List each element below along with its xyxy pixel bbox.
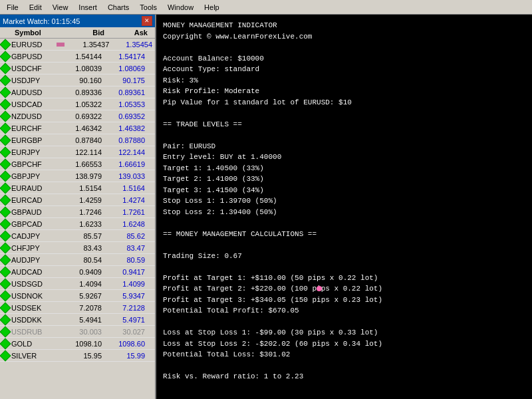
indicator-blank2 xyxy=(163,108,525,119)
pair-icon xyxy=(0,254,11,265)
market-watch-rows: EURUSD1.354371.35454GBPUSD1.541441.54174… xyxy=(0,39,155,399)
table-row[interactable]: EURUSD1.354371.35454 xyxy=(0,39,155,51)
table-row[interactable]: EURGBP0.878400.87880 xyxy=(0,134,155,146)
col-ask: Ask xyxy=(104,29,148,37)
pair-icon xyxy=(0,194,11,205)
pair-icon xyxy=(0,206,11,217)
table-row[interactable]: GOLD1098.101098.60 xyxy=(0,338,155,350)
symbol-label: GBPCAD xyxy=(11,220,57,228)
table-row[interactable]: USDDKK5.49415.4971 xyxy=(0,314,155,326)
table-row[interactable]: GBPJPY138.979139.033 xyxy=(0,170,155,182)
ask-price: 1.46382 xyxy=(104,124,148,132)
ask-price: 0.69352 xyxy=(104,112,148,120)
table-row[interactable]: USDNOK5.92675.9347 xyxy=(0,290,155,302)
table-row[interactable]: NZDUSD0.693220.69352 xyxy=(0,110,155,122)
symbol-label: GBPJPY xyxy=(11,172,57,180)
table-row[interactable]: USDSGD1.40941.4099 xyxy=(0,278,155,290)
table-row[interactable]: GBPAUD1.72461.7261 xyxy=(0,206,155,218)
ask-price: 1.54174 xyxy=(104,53,148,61)
col-bid: Bid xyxy=(57,29,104,37)
symbol-label: AUDCAD xyxy=(11,268,57,276)
pair-icon xyxy=(0,302,11,313)
ask-price: 30.027 xyxy=(104,328,148,336)
bid-price: 5.9267 xyxy=(57,292,104,300)
table-row[interactable]: EURAUD1.51541.5164 xyxy=(0,182,155,194)
ask-price: 1.66619 xyxy=(104,160,148,168)
table-row[interactable]: CHFJPY83.4383.47 xyxy=(0,242,155,254)
indicator-risk-profile: Risk Profile: Moderate xyxy=(163,86,525,97)
symbol-label: EURCAD xyxy=(11,196,57,204)
table-row[interactable]: USDCAD1.053221.05353 xyxy=(0,98,155,110)
table-row[interactable]: USDRUB30.00330.027 xyxy=(0,326,155,338)
ask-price: 1.7261 xyxy=(104,208,148,216)
ask-price: 5.4971 xyxy=(104,316,148,324)
bid-price: 90.160 xyxy=(57,76,104,84)
bid-price: 7.2078 xyxy=(57,304,104,312)
pair-icon xyxy=(0,242,11,253)
indicator-loss-sl1: Loss at Stop Loss 1: -$99.00 (30 pips x … xyxy=(163,327,525,338)
bid-price: 1.66553 xyxy=(57,160,104,168)
pair-icon xyxy=(0,74,11,86)
market-watch-close-button[interactable]: ✕ xyxy=(142,16,152,26)
symbol-label: CADJPY xyxy=(11,232,57,240)
symbol-label: SILVER xyxy=(11,352,57,360)
indicator-blank6 xyxy=(163,261,525,273)
menu-file[interactable]: File xyxy=(1,2,24,13)
cursor xyxy=(317,286,322,291)
pair-icon xyxy=(0,158,11,170)
symbol-label: AUDUSD xyxy=(11,88,57,96)
table-row[interactable]: AUDUSD0.893360.89361 xyxy=(0,86,155,98)
symbol-label: AUDJPY xyxy=(11,256,57,264)
table-row[interactable]: GBPCHF1.665531.66619 xyxy=(0,158,155,170)
table-row[interactable]: GBPCAD1.62331.6248 xyxy=(0,218,155,230)
bid-price: 1.5154 xyxy=(57,184,104,192)
table-row[interactable]: EURCHF1.463421.46382 xyxy=(0,122,155,134)
pair-icon xyxy=(0,63,11,74)
ask-price: 0.9417 xyxy=(104,268,148,276)
pair-icon xyxy=(0,110,11,122)
symbol-label: USDNOK xyxy=(11,292,57,300)
indicator-profit-t1: Profit at Target 1: +$110.00 (50 pips x … xyxy=(163,273,525,284)
bid-price: 15.95 xyxy=(57,352,104,360)
menu-help[interactable]: Help xyxy=(199,2,225,13)
menu-charts[interactable]: Charts xyxy=(102,2,134,13)
bid-price: 0.89336 xyxy=(57,88,104,96)
menu-edit[interactable]: Edit xyxy=(24,2,47,13)
bid-price: 1.7246 xyxy=(57,208,104,216)
menu-tools[interactable]: Tools xyxy=(134,2,162,13)
table-row[interactable]: EURJPY122.114122.144 xyxy=(0,146,155,158)
table-row[interactable]: USDCHF1.080391.08069 xyxy=(0,63,155,74)
bid-price: 1098.10 xyxy=(57,340,104,348)
indicator-profit-t3: Profit at Target 3: +$340.05 (150 pips x… xyxy=(163,295,525,306)
col-symbol: Symbol xyxy=(0,29,57,37)
table-row[interactable]: USDJPY90.16090.175 xyxy=(0,74,155,86)
ask-price: 83.47 xyxy=(104,244,148,252)
table-row[interactable]: USDSEK7.20787.2128 xyxy=(0,302,155,314)
bid-price: 0.69322 xyxy=(57,112,104,120)
symbol-label: GBPUSD xyxy=(11,53,57,61)
bid-price: 1.54144 xyxy=(57,53,104,61)
bid-price: 122.114 xyxy=(57,148,104,156)
table-row[interactable]: CADJPY85.5785.62 xyxy=(0,230,155,242)
table-row[interactable]: EURCAD1.42591.4274 xyxy=(0,194,155,206)
pair-icon xyxy=(0,39,11,50)
symbol-label: USDDKK xyxy=(11,316,57,324)
table-row[interactable]: GBPUSD1.541441.54174 xyxy=(0,51,155,63)
market-watch-title: Market Watch: 01:15:45 xyxy=(3,17,80,25)
pair-icon xyxy=(0,182,11,194)
ask-price: 5.9347 xyxy=(104,292,148,300)
menu-view[interactable]: View xyxy=(47,2,74,13)
indicator-account-balance: Account Balance: $10000 xyxy=(163,53,525,65)
table-row[interactable]: AUDJPY80.5480.59 xyxy=(0,254,155,266)
menu-window[interactable]: Window xyxy=(162,2,199,13)
menu-insert[interactable]: Insert xyxy=(73,2,102,13)
indicator-copyright: Copyright © www.LearnForexLive.com xyxy=(163,31,525,43)
pair-icon xyxy=(0,326,11,337)
ask-price: 1.08069 xyxy=(104,65,148,72)
indicator-bar xyxy=(57,43,65,47)
indicator-blank8 xyxy=(163,360,525,372)
ask-price: 1.35454 xyxy=(112,41,155,49)
symbol-label: EURJPY xyxy=(11,148,57,156)
table-row[interactable]: SILVER15.9515.99 xyxy=(0,350,155,362)
table-row[interactable]: AUDCAD0.94090.9417 xyxy=(0,266,155,278)
